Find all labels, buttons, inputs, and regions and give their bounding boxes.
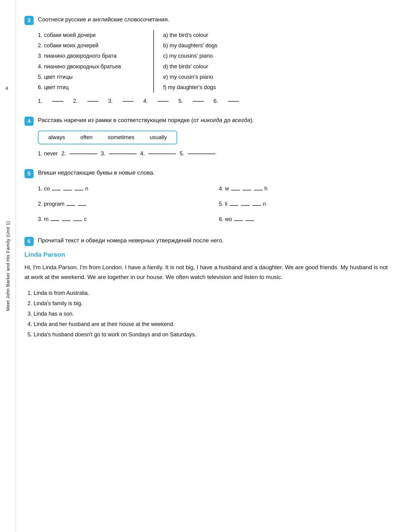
word-often: often [80, 134, 93, 141]
task-5-grid: 1. co n 4. w h 2. program [38, 183, 388, 225]
task-5-instruction: Впиши недостающие буквы в новые слова. [38, 168, 155, 177]
ans-blank-4[interactable] [158, 101, 169, 102]
fi1-suf: n [85, 186, 88, 192]
task-6-header: 6 Прочитай текст и обведи номера неверны… [24, 236, 388, 246]
reading-title: Linda Parson [24, 251, 388, 258]
t4-label-3: 3. [101, 150, 105, 157]
t4-label-2: 2. [61, 150, 66, 157]
t4-label-4: 4. [140, 150, 145, 157]
sidebar: 4 Meet John Barker and His Family (Unit … [0, 0, 16, 532]
statement-3: Linda has a son. [27, 309, 388, 319]
fi3-b3[interactable] [73, 220, 82, 221]
fi6-b2[interactable] [246, 220, 254, 221]
fi3-num: 3. m [38, 216, 50, 222]
statement-5: Linda's husband doesn't go to work on Su… [27, 329, 388, 340]
task-5-header: 5 Впиши недостающие буквы в новые слова. [24, 168, 388, 178]
reading-text: Hi, I'm Linda Parson. I'm from London. I… [24, 262, 388, 282]
task-4-wordbox: always often sometimes usually [38, 131, 177, 144]
t4-label-5: 5. [180, 150, 184, 157]
fi2-b1[interactable] [67, 205, 75, 206]
ans-label-1: 1. [38, 98, 42, 104]
fi4-b3[interactable] [254, 190, 262, 190]
task-4-never-row: 1. never 2. 3. 4. 5. [38, 150, 388, 157]
match-right-d: d) the birds' colour [163, 61, 218, 72]
ans-blank-5[interactable] [193, 101, 204, 102]
match-left-1: 1. собаки моей дочери [38, 30, 147, 40]
t4-blank-5[interactable] [188, 154, 215, 154]
fi6-num: 6. wo [219, 216, 234, 222]
task-4-instr-italic2: всегда [232, 117, 251, 123]
ans-blank-1[interactable] [52, 101, 63, 102]
match-left-2: 2. собаки моих дочерей [38, 40, 147, 51]
task-5: 5 Впиши недостающие буквы в новые слова.… [24, 168, 388, 225]
match-left-6: 6. цвет птиц [38, 82, 147, 92]
fill-item-1: 1. co n [38, 183, 207, 194]
word-sometimes: sometimes [108, 134, 134, 141]
word-usually: usually [150, 134, 167, 141]
task-3-answers: 1. 2. 3. 4. 5. 6. [38, 98, 388, 104]
task-4-instruction: Расставь наречия из рамки в соответствую… [38, 116, 254, 125]
match-left-4: 4. пианино двоюродных братьев [38, 61, 147, 72]
fi5-b2[interactable] [241, 205, 250, 206]
fill-item-5: 5. li n [219, 198, 388, 209]
t4-blank-3[interactable] [109, 154, 137, 154]
task-6-instruction: Прочитай текст и обведи номера неверных … [38, 236, 224, 245]
fi1-b2[interactable] [63, 190, 72, 190]
fi3-suf: c [84, 216, 87, 222]
task-3: 3 Соотнеси русские и английские словосоч… [24, 15, 388, 104]
fi2-num: 2. program [38, 201, 66, 207]
ans-blank-3[interactable] [123, 101, 134, 102]
fi3-b2[interactable] [62, 220, 71, 221]
task-4-instr-end: ). [251, 117, 254, 123]
statement-1: Linda is from Australia. [27, 288, 388, 298]
ans-label-6: 6. [214, 98, 218, 104]
fi5-b3[interactable] [252, 205, 261, 206]
task-4-number: 4 [24, 117, 34, 126]
statement-2: Linda's family is big. [27, 298, 388, 309]
fi4-b2[interactable] [243, 190, 251, 190]
task-4-header: 4 Расставь наречия из рамки в соответств… [24, 116, 388, 126]
fill-item-4: 4. w h [219, 183, 388, 194]
fill-item-6: 6. wo [219, 214, 388, 225]
fi5-suf: n [263, 201, 266, 207]
ans-label-3: 3. [108, 98, 113, 104]
match-right-b: b) my daughters' dogs [163, 40, 218, 51]
ans-blank-2[interactable] [87, 101, 98, 102]
fi4-b1[interactable] [231, 190, 240, 190]
match-left-5: 5. цвет птицы [38, 72, 147, 82]
task-4-instr-italic1: никогда [201, 117, 222, 123]
fi1-b1[interactable] [52, 190, 60, 190]
statement-4: Linda and her husband are at their house… [27, 319, 388, 329]
ans-label-5: 5. [178, 98, 183, 104]
ans-blank-6[interactable] [228, 101, 239, 102]
task-3-match: 1. собаки моей дочери 2. собаки моих доч… [38, 30, 388, 92]
fi1-b3[interactable] [75, 190, 83, 190]
never-label: 1. never [38, 150, 58, 157]
task-4-instr-part2: до [222, 117, 232, 123]
match-left-3: 3. пианино двоюродного брата [38, 51, 147, 61]
task-3-left: 1. собаки моей дочери 2. собаки моих доч… [38, 30, 154, 92]
t4-blank-2[interactable] [70, 154, 97, 154]
fill-item-3: 3. m c [38, 214, 207, 225]
fi5-num: 5. li [219, 201, 229, 207]
match-right-e: e) my cousin's piano [163, 72, 218, 82]
t4-blank-4[interactable] [148, 154, 176, 154]
task-3-right: a) the bird's colour b) my daughters' do… [154, 30, 218, 92]
fi5-b1[interactable] [230, 205, 238, 206]
task-5-number: 5 [24, 169, 34, 178]
fi1-num: 1. co [38, 186, 51, 192]
main-content: 3 Соотнеси русские и английские словосоч… [24, 0, 388, 370]
match-right-a: a) the bird's colour [163, 30, 218, 40]
fill-item-2: 2. program [38, 198, 207, 209]
word-always: always [48, 134, 65, 141]
fi2-b2[interactable] [78, 205, 86, 206]
task-6: 6 Прочитай текст и обведи номера неверны… [24, 236, 388, 340]
ans-label-2: 2. [73, 98, 78, 104]
task-3-instruction: Соотнеси русские и английские словосочет… [38, 15, 169, 24]
match-right-f: f) my daughter's dogs [163, 82, 218, 92]
sidebar-text: Meet John Barker and His Family (Unit 1) [5, 221, 10, 311]
reading-statements: Linda is from Australia. Linda's family … [27, 288, 388, 340]
fi6-b1[interactable] [234, 220, 243, 221]
task-3-header: 3 Соотнеси русские и английские словосоч… [24, 15, 388, 25]
fi3-b1[interactable] [51, 220, 59, 221]
